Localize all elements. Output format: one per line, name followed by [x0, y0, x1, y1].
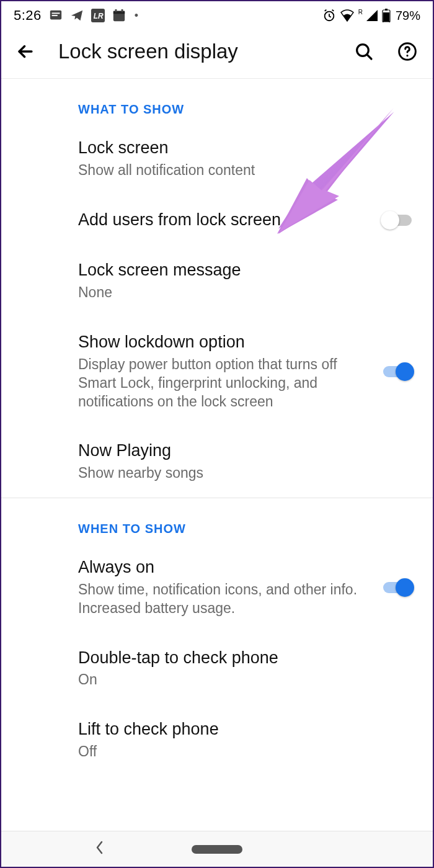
- status-bar: 5:26 LR • R: [1, 1, 433, 27]
- row-subtitle: On: [78, 671, 414, 689]
- row-show-lockdown[interactable]: Show lockdown option Display power butto…: [1, 317, 433, 426]
- row-add-users[interactable]: Add users from lock screen: [1, 195, 433, 246]
- row-subtitle: Show all notification content: [78, 161, 414, 180]
- svg-rect-11: [385, 9, 388, 11]
- calendar-icon: [112, 9, 126, 22]
- signal-icon: [366, 9, 378, 22]
- wifi-icon: [340, 9, 355, 22]
- svg-rect-0: [50, 11, 61, 20]
- svg-point-15: [406, 55, 408, 56]
- more-notifications-icon: •: [135, 9, 138, 22]
- row-title: Lock screen: [78, 138, 414, 159]
- row-title: Show lockdown option: [78, 332, 368, 353]
- svg-rect-8: [121, 9, 123, 12]
- row-title: Add users from lock screen: [78, 210, 368, 231]
- row-subtitle: Off: [78, 743, 414, 761]
- toggle-always-on[interactable]: [381, 578, 414, 597]
- svg-text:LR: LR: [93, 12, 103, 20]
- row-subtitle: Show time, notification icons, and other…: [78, 581, 368, 618]
- row-subtitle: Display power button option that turns o…: [78, 356, 368, 411]
- battery-percent: 79%: [396, 9, 420, 23]
- battery-icon: [382, 9, 391, 22]
- section-when-to-show: WHEN TO SHOW Always on Show time, notifi…: [1, 498, 433, 776]
- svg-rect-2: [51, 15, 57, 16]
- row-title: Now Playing: [78, 441, 414, 462]
- page-title: Lock screen display: [58, 40, 332, 63]
- svg-rect-6: [113, 11, 125, 14]
- lr-app-icon: LR: [91, 9, 105, 22]
- section-header: WHEN TO SHOW: [1, 498, 433, 542]
- row-title: Double-tap to check phone: [78, 648, 414, 669]
- nav-home-pill[interactable]: [192, 845, 242, 854]
- row-double-tap[interactable]: Double-tap to check phone On: [1, 633, 433, 705]
- svg-rect-12: [383, 12, 389, 22]
- alarm-icon: [322, 9, 336, 22]
- row-title: Lock screen message: [78, 260, 414, 281]
- telegram-icon: [70, 9, 84, 22]
- row-now-playing[interactable]: Now Playing Show nearby songs: [1, 426, 433, 498]
- status-time: 5:26: [14, 7, 42, 24]
- row-title: Always on: [78, 557, 368, 578]
- messages-icon: [49, 9, 63, 22]
- help-button[interactable]: [396, 40, 419, 63]
- row-always-on[interactable]: Always on Show time, notification icons,…: [1, 542, 433, 633]
- toggle-add-users[interactable]: [381, 211, 414, 230]
- row-lift-to-check[interactable]: Lift to check phone Off: [1, 704, 433, 776]
- search-button[interactable]: [352, 40, 376, 63]
- section-header: WHAT TO SHOW: [1, 79, 433, 123]
- roaming-indicator: R: [358, 9, 363, 16]
- back-button[interactable]: [15, 40, 38, 63]
- row-title: Lift to check phone: [78, 719, 414, 740]
- nav-back-button[interactable]: [94, 839, 105, 859]
- svg-rect-7: [115, 9, 117, 12]
- system-nav-bar: [1, 831, 433, 867]
- svg-rect-1: [51, 12, 60, 14]
- row-lock-screen-message[interactable]: Lock screen message None: [1, 245, 433, 317]
- app-bar: Lock screen display: [1, 27, 433, 79]
- section-what-to-show: WHAT TO SHOW Lock screen Show all notifi…: [1, 79, 433, 498]
- toggle-lockdown[interactable]: [381, 362, 414, 381]
- row-subtitle: None: [78, 284, 414, 302]
- row-subtitle: Show nearby songs: [78, 464, 414, 483]
- row-lock-screen[interactable]: Lock screen Show all notification conten…: [1, 123, 433, 195]
